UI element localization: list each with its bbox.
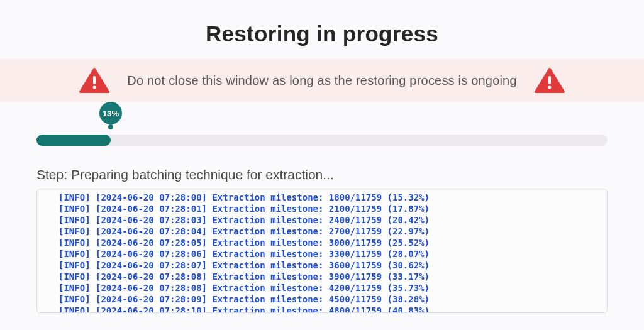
- log-line: [INFO] [2024-06-20 07:28:04] Extraction …: [58, 226, 607, 237]
- log-line: [INFO] [2024-06-20 07:28:09] Extraction …: [58, 294, 607, 305]
- page-title: Restoring in progress: [0, 21, 644, 47]
- progress-bubble: 13%: [99, 102, 122, 124]
- log-line: [INFO] [2024-06-20 07:28:06] Extraction …: [58, 248, 607, 260]
- progress-fill: [36, 135, 111, 146]
- log-line: [INFO] [2024-06-20 07:28:07] Extraction …: [58, 260, 607, 271]
- log-line: [INFO] [2024-06-20 07:28:00] Extraction …: [58, 192, 607, 203]
- log-line: [INFO] [2024-06-20 07:28:10] Extraction …: [58, 305, 607, 313]
- step-label: Step: Preparing batching technique for e…: [36, 167, 608, 182]
- svg-rect-0: [93, 76, 96, 84]
- warning-icon: [79, 68, 109, 93]
- svg-point-1: [93, 86, 96, 89]
- log-line: [INFO] [2024-06-20 07:28:03] Extraction …: [58, 214, 607, 226]
- warning-banner: Do not close this window as long as the …: [0, 59, 644, 102]
- svg-rect-2: [548, 76, 551, 84]
- log-line: [INFO] [2024-06-20 07:28:05] Extraction …: [58, 237, 607, 248]
- progress-track: [36, 135, 608, 146]
- warning-icon: [535, 68, 565, 93]
- svg-point-3: [548, 86, 551, 89]
- step-text: Preparing batching technique for extract…: [71, 167, 334, 182]
- step-prefix: Step:: [36, 167, 71, 182]
- progress-bar: 13%: [36, 135, 608, 146]
- log-line: [INFO] [2024-06-20 07:28:08] Extraction …: [58, 282, 607, 294]
- log-line: [INFO] [2024-06-20 07:28:08] Extraction …: [58, 271, 607, 282]
- log-output[interactable]: [INFO] [2024-06-20 07:28:00] Extraction …: [36, 189, 608, 313]
- log-line: [INFO] [2024-06-20 07:28:01] Extraction …: [58, 203, 607, 214]
- warning-text: Do not close this window as long as the …: [127, 74, 517, 88]
